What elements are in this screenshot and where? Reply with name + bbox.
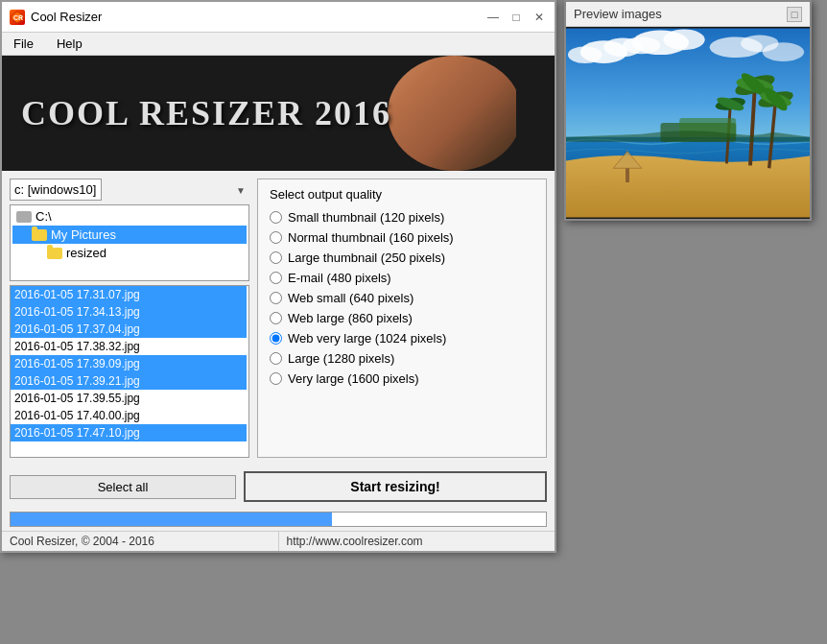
quality-radio-2[interactable] (270, 251, 282, 264)
folder-item-root[interactable]: C:\ (12, 207, 247, 226)
maximize-button[interactable]: □ (508, 10, 524, 25)
file-item[interactable]: 2016-01-05 17.38.32.jpg (11, 338, 247, 355)
quality-radio-6[interactable] (270, 332, 282, 345)
folder-item-my-pictures[interactable]: My Pictures (12, 226, 247, 244)
svg-point-7 (663, 30, 704, 51)
svg-rect-24 (626, 168, 629, 182)
preview-image-area (566, 27, 810, 219)
quality-radio-5[interactable] (270, 312, 282, 324)
file-item[interactable]: 2016-01-05 17.31.07.jpg (11, 286, 247, 303)
drive-select[interactable]: c: [windows10] (10, 179, 102, 201)
preview-beach-image (566, 27, 810, 219)
menu-help[interactable]: Help (51, 35, 88, 53)
quality-radio-0[interactable] (270, 211, 282, 224)
folder-icon-resized (47, 248, 62, 259)
banner-title: Cool Resizer 2016 (21, 93, 391, 133)
file-panel: c: [windows10] C:\ My Pictures resized (10, 179, 249, 458)
minimize-button[interactable]: — (485, 10, 501, 25)
folder-label-resized: resized (66, 246, 106, 260)
quality-option-8[interactable]: Very large (1600 pixels) (270, 370, 534, 387)
file-item[interactable]: 2016-01-05 17.37.04.jpg (11, 321, 247, 338)
quality-title: Select output quality (270, 187, 534, 202)
title-bar: CR Cool Resizer — □ ✕ (2, 2, 555, 33)
progress-bar-fill (11, 513, 332, 526)
svg-point-11 (763, 42, 804, 61)
preview-close-button[interactable]: □ (787, 7, 802, 22)
quality-radio-1[interactable] (270, 231, 282, 244)
progress-area (2, 508, 555, 531)
app-banner: Cool Resizer 2016 (2, 56, 555, 171)
menu-bar: File Help (2, 33, 555, 56)
quality-option-2[interactable]: Large thumbnail (250 pixels) (270, 250, 534, 266)
folder-icon-my-pictures (32, 229, 47, 241)
progress-bar-container (10, 512, 547, 527)
quality-radio-3[interactable] (270, 272, 282, 284)
menu-file[interactable]: File (8, 35, 39, 53)
main-window: CR Cool Resizer — □ ✕ File Help Cool Res… (0, 0, 556, 553)
svg-point-8 (623, 36, 660, 54)
folder-tree: C:\ My Pictures resized (10, 204, 249, 281)
status-copyright: Cool Resizer, © 2004 - 2016 (2, 532, 279, 551)
quality-radio-8[interactable] (270, 372, 282, 385)
quality-option-5[interactable]: Web large (860 pixels) (270, 310, 534, 326)
file-item[interactable]: 2016-01-05 17.39.09.jpg (11, 355, 247, 372)
folder-item-resized[interactable]: resized (12, 244, 247, 262)
file-list: 2016-01-05 17.31.07.jpg 2016-01-05 17.34… (10, 285, 249, 458)
quality-option-3[interactable]: E-mail (480 pixels) (270, 270, 534, 286)
file-item[interactable]: 2016-01-05 17.40.00.jpg (11, 407, 247, 424)
start-resizing-button[interactable]: Start resizing! (244, 471, 547, 502)
title-bar-left: CR Cool Resizer (10, 10, 102, 25)
file-item[interactable]: 2016-01-05 17.39.21.jpg (11, 372, 247, 390)
quality-panel: Select output quality Small thumbnail (1… (257, 179, 547, 458)
folder-label-root: C:\ (35, 209, 52, 224)
close-button[interactable]: ✕ (532, 10, 547, 25)
folder-label-my-pictures: My Pictures (51, 227, 116, 242)
quality-option-4[interactable]: Web small (640 pixels) (270, 290, 534, 306)
preview-title-bar: Preview images □ (566, 2, 810, 27)
quality-option-7[interactable]: Large (1280 pixels) (270, 350, 534, 367)
file-list-inner[interactable]: 2016-01-05 17.31.07.jpg 2016-01-05 17.34… (11, 286, 248, 457)
bottom-area: Select all Start resizing! (2, 465, 555, 508)
drive-icon (16, 211, 32, 223)
status-bar: Cool Resizer, © 2004 - 2016 http://www.c… (2, 531, 555, 551)
svg-text:CR: CR (13, 14, 23, 21)
quality-radio-4[interactable] (270, 292, 282, 304)
quality-option-6[interactable]: Web very large (1024 pixels) (270, 330, 534, 346)
preview-window: Preview images □ (564, 0, 812, 221)
drive-select-wrapper: c: [windows10] (10, 179, 249, 201)
preview-title: Preview images (574, 7, 662, 21)
file-item[interactable]: 2016-01-05 17.34.13.jpg (11, 303, 247, 321)
content-area: c: [windows10] C:\ My Pictures resized (2, 171, 555, 465)
window-title: Cool Resizer (31, 10, 102, 24)
quality-option-1[interactable]: Normal thumbnail (160 pixels) (270, 229, 534, 246)
select-all-button[interactable]: Select all (10, 475, 236, 499)
quality-option-0[interactable]: Small thumbnail (120 pixels) (270, 209, 534, 226)
quality-radio-7[interactable] (270, 352, 282, 365)
svg-point-5 (568, 46, 602, 63)
app-icon: CR (10, 10, 25, 25)
status-url: http://www.coolresizer.com (279, 532, 555, 551)
window-controls: — □ ✕ (485, 10, 547, 25)
file-item[interactable]: 2016-01-05 17.39.55.jpg (11, 390, 247, 407)
file-item[interactable]: 2016-01-05 17.47.10.jpg (11, 424, 247, 441)
